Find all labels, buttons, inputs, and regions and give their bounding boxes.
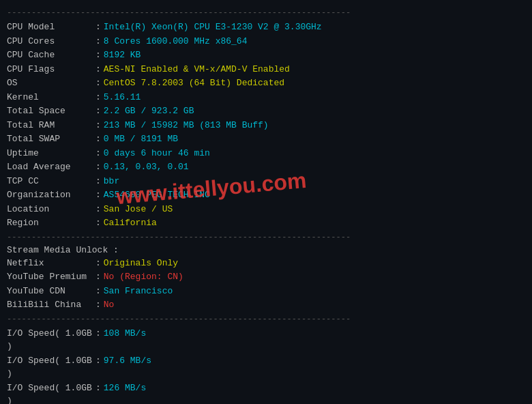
table-row: BiliBili China: No	[7, 298, 525, 312]
terminal-container: ----------------------------------------…	[7, 8, 525, 404]
row-value: AS54600 PEG TECH INC	[104, 188, 210, 202]
row-label: Organization	[7, 188, 95, 202]
row-colon: :	[95, 91, 101, 104]
table-row: CPU Cache: 8192 KB	[7, 48, 525, 62]
row-colon: :	[95, 381, 101, 405]
table-row: Total Space: 2.2 GB / 923.2 GB	[7, 104, 525, 118]
row-label: Total SWAP	[7, 132, 95, 146]
row-colon: :	[95, 354, 101, 381]
row-value: San Jose / US	[104, 203, 173, 216]
row-colon: :	[95, 147, 101, 160]
row-colon: :	[95, 175, 101, 188]
row-value: San Francisco	[104, 285, 173, 298]
row-value: Originals Only	[104, 257, 178, 270]
row-value: 213 MB / 15982 MB (813 MB Buff)	[104, 119, 269, 132]
system-info-section: CPU Model: Intel(R) Xeon(R) CPU E3-1230 …	[7, 20, 525, 230]
row-value: 126 MB/s	[104, 381, 146, 405]
table-row: YouTube Premium: No (Region: CN)	[7, 270, 525, 284]
stream-section: Stream Media Unlock : Netflix: Originals…	[7, 245, 525, 312]
table-row: I/O Speed( 1.0GB ): 108 MB/s	[7, 327, 525, 354]
table-row: YouTube CDN: San Francisco	[7, 285, 525, 298]
stream-title: Stream Media Unlock :	[7, 245, 525, 255]
divider-io: ----------------------------------------…	[7, 315, 525, 324]
table-row: CPU Flags: AES-NI Enabled & VM-x/AMD-V E…	[7, 63, 525, 76]
row-colon: :	[95, 104, 101, 118]
row-colon: :	[95, 63, 101, 76]
row-label: BiliBili China	[7, 298, 95, 312]
table-row: Load Average: 0.13, 0.03, 0.01	[7, 160, 525, 174]
row-value: 0 days 6 hour 46 min	[104, 147, 210, 160]
row-value: Intel(R) Xeon(R) CPU E3-1230 V2 @ 3.30GH…	[104, 20, 322, 34]
row-value: 97.6 MB/s	[104, 354, 151, 381]
row-colon: :	[95, 132, 101, 146]
row-colon: :	[95, 298, 101, 312]
table-row: OS: CentOS 7.8.2003 (64 Bit) Dedicated	[7, 76, 525, 90]
row-label: Location	[7, 203, 95, 216]
row-colon: :	[95, 35, 101, 48]
row-label: Total Space	[7, 104, 95, 118]
row-colon: :	[95, 285, 101, 298]
row-label: Region	[7, 216, 95, 230]
table-row: Organization: AS54600 PEG TECH INC	[7, 188, 525, 202]
row-colon: :	[95, 160, 101, 174]
table-row: Total SWAP: 0 MB / 8191 MB	[7, 132, 525, 146]
row-label: OS	[7, 76, 95, 90]
row-label: I/O Speed( 1.0GB )	[7, 381, 95, 405]
row-colon: :	[95, 119, 101, 132]
table-row: CPU Cores: 8 Cores 1600.000 MHz x86_64	[7, 35, 525, 48]
row-value: No (Region: CN)	[104, 270, 183, 284]
row-colon: :	[95, 188, 101, 202]
row-label: CPU Model	[7, 20, 95, 34]
row-label: Kernel	[7, 91, 95, 104]
row-label: I/O Speed( 1.0GB )	[7, 354, 95, 381]
row-value: 8 Cores 1600.000 MHz x86_64	[104, 35, 248, 48]
table-row: I/O Speed( 1.0GB ): 97.6 MB/s	[7, 354, 525, 381]
row-value: 0 MB / 8191 MB	[104, 132, 178, 146]
row-value: 0.13, 0.03, 0.01	[104, 160, 189, 174]
row-value: bbr	[104, 175, 119, 188]
row-label: CPU Cache	[7, 48, 95, 62]
table-row: Uptime: 0 days 6 hour 46 min	[7, 147, 525, 160]
table-row: I/O Speed( 1.0GB ): 126 MB/s	[7, 381, 525, 405]
table-row: Region: California	[7, 216, 525, 230]
row-value: No	[104, 298, 115, 312]
row-label: TCP CC	[7, 175, 95, 188]
divider-top: ----------------------------------------…	[7, 8, 525, 18]
row-label: Uptime	[7, 147, 95, 160]
row-colon: :	[95, 257, 101, 270]
table-row: CPU Model: Intel(R) Xeon(R) CPU E3-1230 …	[7, 20, 525, 34]
row-colon: :	[95, 216, 101, 230]
row-value: 108 MB/s	[104, 327, 146, 354]
row-label: Load Average	[7, 160, 95, 174]
row-label: YouTube CDN	[7, 285, 95, 298]
table-row: Netflix: Originals Only	[7, 257, 525, 270]
row-label: Total RAM	[7, 119, 95, 132]
row-colon: :	[95, 48, 101, 62]
row-colon: :	[95, 76, 101, 90]
table-row: Location: San Jose / US	[7, 203, 525, 216]
row-value: 2.2 GB / 923.2 GB	[104, 104, 194, 118]
row-colon: :	[95, 327, 101, 354]
table-row: Total RAM: 213 MB / 15982 MB (813 MB Buf…	[7, 119, 525, 132]
row-colon: :	[95, 20, 101, 34]
io-section: I/O Speed( 1.0GB ): 108 MB/sI/O Speed( 1…	[7, 327, 525, 405]
row-value: CentOS 7.8.2003 (64 Bit) Dedicated	[104, 76, 284, 90]
row-value: 5.16.11	[104, 91, 141, 104]
row-colon: :	[95, 270, 101, 284]
row-label: I/O Speed( 1.0GB )	[7, 327, 95, 354]
row-label: Netflix	[7, 257, 95, 270]
row-value: AES-NI Enabled & VM-x/AMD-V Enabled	[104, 63, 290, 76]
row-label: CPU Cores	[7, 35, 95, 48]
table-row: Kernel: 5.16.11	[7, 91, 525, 104]
row-label: CPU Flags	[7, 63, 95, 76]
row-label: YouTube Premium	[7, 270, 95, 284]
row-colon: :	[95, 203, 101, 216]
divider-stream: ----------------------------------------…	[7, 233, 525, 242]
table-row: TCP CC: bbr	[7, 175, 525, 188]
row-value: California	[104, 216, 157, 230]
row-value: 8192 KB	[104, 48, 141, 62]
